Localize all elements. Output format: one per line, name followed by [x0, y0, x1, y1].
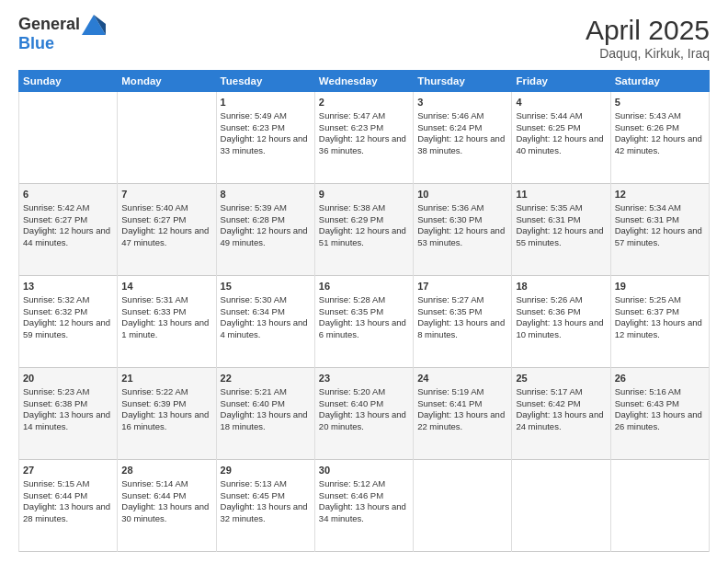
- cell-w1-d5: 11Sunrise: 5:35 AMSunset: 6:31 PMDayligh…: [512, 184, 610, 276]
- day-number: 27: [23, 464, 113, 477]
- cell-w0-d6: 5Sunrise: 5:43 AMSunset: 6:26 PMDaylight…: [610, 92, 709, 184]
- logo-general: General: [18, 15, 80, 33]
- sunrise-text: Sunrise: 5:15 AM: [23, 478, 113, 490]
- sunset-text: Sunset: 6:44 PM: [121, 490, 211, 502]
- day-number: 7: [121, 188, 211, 201]
- sunrise-text: Sunrise: 5:20 AM: [319, 386, 409, 398]
- day-number: 3: [417, 96, 507, 109]
- col-thursday: Thursday: [414, 71, 512, 92]
- sunset-text: Sunset: 6:31 PM: [615, 214, 705, 226]
- header: General Blue April 2025 Daquq, Kirkuk, I…: [18, 15, 710, 61]
- sunset-text: Sunset: 6:45 PM: [221, 490, 311, 502]
- week-row-2: 13Sunrise: 5:32 AMSunset: 6:32 PMDayligh…: [19, 276, 710, 368]
- daylight-text: Daylight: 13 hours and 24 minutes.: [516, 409, 606, 433]
- daylight-text: Daylight: 12 hours and 53 minutes.: [417, 225, 507, 249]
- cell-w1-d1: 7Sunrise: 5:40 AMSunset: 6:27 PMDaylight…: [118, 184, 216, 276]
- col-friday: Friday: [512, 71, 610, 92]
- sunrise-text: Sunrise: 5:23 AM: [23, 386, 113, 398]
- sunset-text: Sunset: 6:46 PM: [319, 490, 409, 502]
- day-number: 12: [615, 188, 705, 201]
- daylight-text: Daylight: 12 hours and 55 minutes.: [516, 225, 606, 249]
- day-number: 5: [615, 96, 705, 109]
- cell-w3-d3: 23Sunrise: 5:20 AMSunset: 6:40 PMDayligh…: [314, 368, 413, 460]
- day-number: 11: [516, 188, 606, 201]
- daylight-text: Daylight: 12 hours and 36 minutes.: [319, 133, 409, 157]
- day-number: 21: [121, 372, 211, 385]
- sunrise-text: Sunrise: 5:40 AM: [121, 202, 211, 214]
- sunset-text: Sunset: 6:31 PM: [516, 214, 606, 226]
- daylight-text: Daylight: 13 hours and 18 minutes.: [221, 409, 311, 433]
- sunrise-text: Sunrise: 5:25 AM: [615, 294, 705, 306]
- daylight-text: Daylight: 12 hours and 33 minutes.: [221, 133, 311, 157]
- sunset-text: Sunset: 6:23 PM: [319, 122, 409, 134]
- sunset-text: Sunset: 6:27 PM: [121, 214, 211, 226]
- day-number: 13: [23, 280, 113, 293]
- cell-w2-d6: 19Sunrise: 5:25 AMSunset: 6:37 PMDayligh…: [610, 276, 709, 368]
- sunset-text: Sunset: 6:40 PM: [221, 398, 311, 410]
- cell-w4-d6: [610, 460, 709, 552]
- day-number: 19: [615, 280, 705, 293]
- daylight-text: Daylight: 13 hours and 34 minutes.: [319, 501, 409, 525]
- sunrise-text: Sunrise: 5:19 AM: [417, 386, 507, 398]
- sunset-text: Sunset: 6:28 PM: [221, 214, 311, 226]
- sunrise-text: Sunrise: 5:28 AM: [319, 294, 409, 306]
- sunset-text: Sunset: 6:35 PM: [417, 306, 507, 318]
- day-number: 8: [221, 188, 311, 201]
- cell-w1-d3: 9Sunrise: 5:38 AMSunset: 6:29 PMDaylight…: [314, 184, 413, 276]
- cell-w4-d5: [512, 460, 610, 552]
- week-row-3: 20Sunrise: 5:23 AMSunset: 6:38 PMDayligh…: [19, 368, 710, 460]
- sunset-text: Sunset: 6:27 PM: [23, 214, 113, 226]
- day-number: 18: [516, 280, 606, 293]
- daylight-text: Daylight: 13 hours and 16 minutes.: [121, 409, 211, 433]
- sunset-text: Sunset: 6:26 PM: [615, 122, 705, 134]
- daylight-text: Daylight: 13 hours and 22 minutes.: [417, 409, 507, 433]
- cell-w1-d2: 8Sunrise: 5:39 AMSunset: 6:28 PMDaylight…: [216, 184, 314, 276]
- calendar-table: Sunday Monday Tuesday Wednesday Thursday…: [18, 70, 710, 552]
- cell-w4-d3: 30Sunrise: 5:12 AMSunset: 6:46 PMDayligh…: [314, 460, 413, 552]
- sunset-text: Sunset: 6:33 PM: [121, 306, 211, 318]
- sunrise-text: Sunrise: 5:22 AM: [121, 386, 211, 398]
- sunrise-text: Sunrise: 5:38 AM: [319, 202, 409, 214]
- sunrise-text: Sunrise: 5:14 AM: [121, 478, 211, 490]
- day-number: 2: [319, 96, 409, 109]
- day-number: 9: [319, 188, 409, 201]
- cell-w2-d5: 18Sunrise: 5:26 AMSunset: 6:36 PMDayligh…: [512, 276, 610, 368]
- sunset-text: Sunset: 6:40 PM: [319, 398, 409, 410]
- col-wednesday: Wednesday: [314, 71, 413, 92]
- daylight-text: Daylight: 12 hours and 49 minutes.: [221, 225, 311, 249]
- cell-w2-d1: 14Sunrise: 5:31 AMSunset: 6:33 PMDayligh…: [118, 276, 216, 368]
- sunrise-text: Sunrise: 5:21 AM: [221, 386, 311, 398]
- daylight-text: Daylight: 13 hours and 20 minutes.: [319, 409, 409, 433]
- sunset-text: Sunset: 6:24 PM: [417, 122, 507, 134]
- cell-w3-d5: 25Sunrise: 5:17 AMSunset: 6:42 PMDayligh…: [512, 368, 610, 460]
- day-number: 10: [417, 188, 507, 201]
- daylight-text: Daylight: 12 hours and 42 minutes.: [615, 133, 705, 157]
- cell-w1-d6: 12Sunrise: 5:34 AMSunset: 6:31 PMDayligh…: [610, 184, 709, 276]
- day-number: 30: [319, 464, 409, 477]
- cell-w4-d0: 27Sunrise: 5:15 AMSunset: 6:44 PMDayligh…: [19, 460, 118, 552]
- cell-w3-d0: 20Sunrise: 5:23 AMSunset: 6:38 PMDayligh…: [19, 368, 118, 460]
- cell-w4-d1: 28Sunrise: 5:14 AMSunset: 6:44 PMDayligh…: [118, 460, 216, 552]
- day-number: 16: [319, 280, 409, 293]
- daylight-text: Daylight: 12 hours and 47 minutes.: [121, 225, 211, 249]
- cell-w0-d0: [19, 92, 118, 184]
- day-number: 25: [516, 372, 606, 385]
- sunrise-text: Sunrise: 5:42 AM: [23, 202, 113, 214]
- daylight-text: Daylight: 12 hours and 59 minutes.: [23, 317, 113, 341]
- logo-icon: [82, 15, 106, 35]
- day-number: 1: [221, 96, 311, 109]
- day-number: 28: [121, 464, 211, 477]
- daylight-text: Daylight: 13 hours and 32 minutes.: [221, 501, 311, 525]
- sunset-text: Sunset: 6:35 PM: [319, 306, 409, 318]
- daylight-text: Daylight: 13 hours and 12 minutes.: [615, 317, 705, 341]
- daylight-text: Daylight: 12 hours and 38 minutes.: [417, 133, 507, 157]
- col-sunday: Sunday: [19, 71, 118, 92]
- daylight-text: Daylight: 13 hours and 26 minutes.: [615, 409, 705, 433]
- page: General Blue April 2025 Daquq, Kirkuk, I…: [0, 0, 728, 563]
- sunset-text: Sunset: 6:38 PM: [23, 398, 113, 410]
- cell-w0-d1: [118, 92, 216, 184]
- sunset-text: Sunset: 6:29 PM: [319, 214, 409, 226]
- cell-w2-d0: 13Sunrise: 5:32 AMSunset: 6:32 PMDayligh…: [19, 276, 118, 368]
- day-number: 29: [221, 464, 311, 477]
- cell-w4-d2: 29Sunrise: 5:13 AMSunset: 6:45 PMDayligh…: [216, 460, 314, 552]
